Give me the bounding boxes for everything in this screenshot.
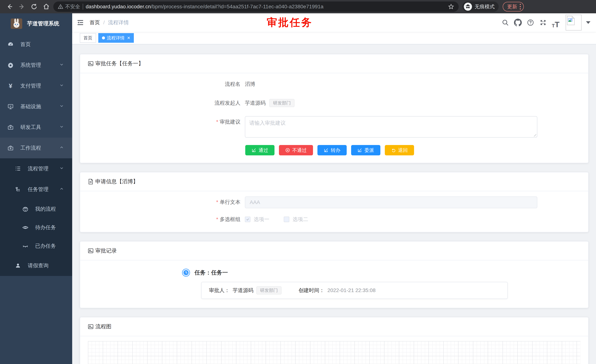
browser-toolbar: 不安全 dashboard.yudao.iocoder.cn/bpm/proce… (0, 0, 596, 13)
field-label: 审批建议 (88, 116, 245, 128)
sidebar-item-label: 请假查询 (28, 262, 48, 269)
delegate-button[interactable]: 委派 (351, 145, 380, 155)
textarea-resize-handle[interactable] (533, 133, 536, 137)
checkbox-group: 选项一 选项二 (245, 216, 308, 223)
dashboard-icon (7, 41, 14, 48)
address-bar[interactable]: 不安全 dashboard.yudao.iocoder.cn/bpm/proce… (53, 1, 459, 12)
sidebar-item-label: 研发工具 (20, 124, 41, 131)
approval-records-card: 审批记录 任务：任务一 审批人： 芋道源码 研发部门 (80, 241, 589, 308)
card-header: 审批任务【任务一】 (80, 54, 588, 73)
browser-back-icon[interactable] (4, 1, 15, 12)
approver-label: 审批人： (209, 287, 230, 294)
security-status[interactable]: 不安全 (58, 3, 80, 10)
sidebar-item-label: 首页 (20, 41, 31, 48)
bookmark-star-icon[interactable] (448, 4, 454, 10)
sidebar-item-label: 支付管理 (20, 82, 41, 89)
sidebar-item-workflow[interactable]: 工作流程 (0, 138, 72, 158)
approval-comment-wrapper (245, 116, 537, 138)
chevron-up-icon (59, 186, 64, 193)
eye-icon (22, 224, 29, 231)
dept-tag: 研发部门 (256, 286, 282, 294)
sidebar-item-label: 我的流程 (35, 205, 56, 212)
breadcrumb-home[interactable]: 首页 (89, 19, 100, 26)
tab-home[interactable]: 首页 (80, 33, 96, 43)
tab-close-icon[interactable]: × (127, 35, 130, 41)
sidebar-item-label: 流程管理 (28, 165, 48, 172)
task-title: 任务：任务一 (194, 269, 228, 277)
incognito-label: 无痕模式 (475, 3, 495, 10)
approve-button[interactable]: 通过 (245, 145, 275, 155)
sidebar-item-label: 任务管理 (28, 186, 48, 193)
sidebar-item-home[interactable]: 首页 (0, 34, 72, 55)
eye-closed-icon (22, 243, 29, 249)
approval-comment-textarea[interactable] (249, 119, 533, 134)
browser-menu-icon[interactable] (520, 4, 521, 9)
field-label: 多选框组 (88, 216, 245, 223)
url-divider (83, 4, 83, 10)
breadcrumb-current: 流程详情 (108, 19, 129, 26)
chevron-down-icon (59, 166, 64, 172)
checkbox-label: 选项二 (293, 216, 308, 223)
sidebar-item-leave-query[interactable]: 请假查询 (0, 255, 72, 276)
org-tree-icon (15, 186, 21, 193)
active-tab-dot (102, 36, 105, 39)
sidebar-item-process-mgmt[interactable]: 流程管理 (0, 158, 72, 179)
sidebar-item-system[interactable]: 系统管理 (0, 55, 72, 75)
github-icon[interactable] (512, 17, 523, 28)
help-icon[interactable] (525, 17, 536, 28)
tab-process-detail[interactable]: 流程详情 × (98, 33, 134, 43)
reject-button[interactable]: 不通过 (279, 145, 313, 155)
search-icon[interactable] (500, 17, 511, 28)
sidebar-item-done-tasks[interactable]: 已办任务 (0, 237, 72, 255)
edit-icon (358, 148, 362, 153)
url-host: dashboard.yudao.iocoder.cn (86, 4, 151, 9)
app-logo-row[interactable]: 芋道管理系统 (0, 13, 72, 34)
browser-home-icon[interactable] (41, 1, 52, 12)
single-text-input[interactable] (245, 197, 537, 208)
avatar-broken-image[interactable] (566, 15, 581, 30)
warning-icon (58, 4, 63, 9)
red-annotation-text: 审批任务 (267, 15, 313, 29)
fullscreen-icon[interactable] (537, 17, 549, 28)
card-title: 流程图 (95, 323, 112, 330)
approval-timeline: 任务：任务一 审批人： 芋道源码 研发部门 创建时间： 2022-01-21 2… (182, 269, 581, 299)
sidebar-item-infrastructure[interactable]: 基础设施 (0, 96, 72, 117)
picture-outline-icon (88, 60, 94, 67)
sidebar-item-payment[interactable]: ¥ 支付管理 (0, 75, 72, 96)
breadcrumb-separator: / (103, 20, 105, 26)
yen-icon: ¥ (7, 83, 14, 89)
chevron-down-icon (59, 104, 64, 110)
return-button[interactable]: 退回 (385, 145, 414, 155)
tab-label: 流程详情 (107, 35, 125, 41)
transfer-button[interactable]: 转办 (317, 145, 347, 155)
page-content: 审批任务【任务一】 流程名 滔博 流程发起人 芋道源码 研发部门 (72, 44, 596, 364)
sidebar-item-devtools[interactable]: 研发工具 (0, 117, 72, 138)
sidebar-item-task-mgmt[interactable]: 任务管理 (0, 179, 72, 200)
sidebar-item-todo-tasks[interactable]: 待办任务 (0, 218, 72, 237)
card-header: 流程图 (80, 317, 588, 336)
bpmn-diagram-canvas[interactable] (88, 341, 581, 364)
checkbox-unchecked-icon[interactable] (284, 217, 289, 222)
sidebar-item-my-process[interactable]: 我的流程 (0, 200, 72, 218)
font-size-icon[interactable]: TT (550, 17, 561, 28)
incognito-badge: 无痕模式 (462, 1, 499, 12)
sidebar-item-label: 待办任务 (35, 224, 56, 231)
edit-icon (252, 148, 256, 153)
top-navbar: 首页 / 流程详情 TT (72, 13, 596, 32)
sidebar-item-label: 系统管理 (20, 62, 41, 69)
browser-reload-icon[interactable] (29, 1, 39, 12)
browser-forward-icon[interactable] (17, 1, 27, 12)
approver-name: 芋道源码 (233, 287, 253, 294)
face-icon (22, 206, 29, 212)
approval-record-item: 审批人： 芋道源码 研发部门 创建时间： 2022-01-21 22:35:08 (201, 282, 508, 299)
circle-close-icon (285, 148, 290, 153)
url-path: /bpm/process-instance/detail?id=54aa251f… (151, 4, 324, 9)
approval-actions: 通过 不通过 转办 委派 (245, 145, 581, 155)
card-title: 审批记录 (95, 247, 117, 255)
sidebar-item-label: 工作流程 (20, 145, 41, 152)
checkbox-checked-icon[interactable] (245, 217, 250, 222)
avatar-dropdown-caret[interactable] (586, 21, 590, 24)
sidebar-collapse-icon[interactable] (76, 18, 85, 27)
browser-update-button[interactable]: 更新 (503, 2, 524, 11)
edit-icon (324, 148, 328, 153)
